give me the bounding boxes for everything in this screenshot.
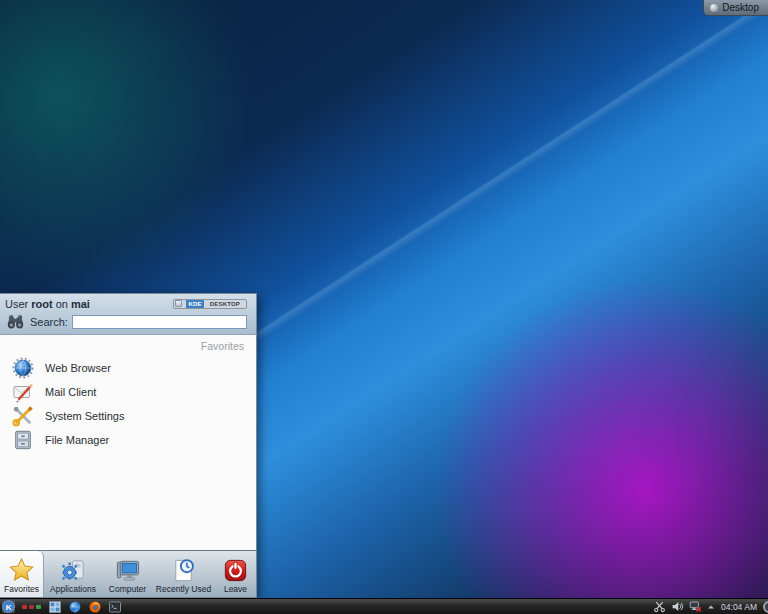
binoculars-search-icon <box>5 312 26 331</box>
pager-desktop-2[interactable] <box>29 605 34 609</box>
kickoff-menu: User root on mai KDE DESKTOP <box>0 293 257 598</box>
pager-desktop-3[interactable] <box>36 605 41 609</box>
tools-icon <box>12 405 34 427</box>
clipboard-scissors-icon[interactable] <box>653 600 666 613</box>
tab-label: Applications <box>50 584 96 594</box>
user-line: User root on mai KDE DESKTOP <box>5 296 250 311</box>
pager-desktop-1[interactable] <box>22 605 27 609</box>
kickoff-header: User root on mai KDE DESKTOP <box>0 294 256 335</box>
tab-applications[interactable]: Applications <box>44 551 102 597</box>
system-tray: 04:04 AM <box>653 600 768 613</box>
kde-badge-chip-icon <box>175 300 182 307</box>
kde-badge-kde: KDE <box>186 300 203 308</box>
tray-moon-icon[interactable] <box>763 601 768 613</box>
user-prefix: User <box>5 298 28 310</box>
volume-icon[interactable] <box>671 600 684 613</box>
menu-item-label: Web Browser <box>45 362 111 374</box>
tab-recently-used[interactable]: Recently Used <box>153 551 214 597</box>
on-word: on <box>56 298 68 310</box>
desktop-button[interactable]: Desktop <box>703 0 768 16</box>
kde-menu-icon[interactable]: K <box>2 600 15 613</box>
search-input[interactable] <box>72 315 247 329</box>
menu-item-web-browser[interactable]: Web Browser <box>6 356 246 380</box>
tab-label: Computer <box>109 584 146 594</box>
taskbar-left: K <box>2 600 121 613</box>
kickoff-body: Favorites Web Browser <box>0 335 256 550</box>
computer-icon <box>114 556 141 584</box>
svg-text:K: K <box>6 603 12 612</box>
grid-pager-icon[interactable] <box>48 600 61 613</box>
web-globe-icon[interactable] <box>68 600 81 613</box>
menu-item-label: Mail Client <box>45 386 96 398</box>
taskbar-clock[interactable]: 04:04 AM <box>720 602 758 612</box>
recent-clock-icon <box>170 556 197 584</box>
star-icon <box>8 556 35 584</box>
kde-badge-desktop: DESKTOP <box>208 300 242 308</box>
username: root <box>31 298 52 310</box>
menu-item-mail-client[interactable]: Mail Client <box>6 380 246 404</box>
network-offline-icon[interactable] <box>689 600 702 613</box>
desktop-pager[interactable] <box>22 605 41 609</box>
menu-item-label: System Settings <box>45 410 124 422</box>
mail-icon <box>12 381 34 403</box>
desktop-button-orb-icon <box>710 4 718 12</box>
tab-label: Leave <box>224 584 247 594</box>
menu-item-file-manager[interactable]: File Manager <box>6 428 246 452</box>
tab-label: Recently Used <box>156 584 211 594</box>
taskbar: K <box>0 598 768 614</box>
terminal-icon[interactable] <box>108 600 121 613</box>
search-row: Search: <box>5 312 250 331</box>
globe-icon <box>12 357 34 379</box>
desktop-button-label: Desktop <box>722 2 759 13</box>
favorites-section-label: Favorites <box>6 340 244 352</box>
file-cabinet-icon <box>12 429 34 451</box>
applications-icon <box>60 556 87 584</box>
firefox-icon[interactable] <box>88 600 101 613</box>
kickoff-tab-bar: Favorites Applications <box>0 550 256 597</box>
power-icon <box>222 556 249 584</box>
tab-label: Favorites <box>4 584 39 594</box>
kde-desktop-badge: KDE DESKTOP <box>173 299 247 309</box>
tab-leave[interactable]: Leave <box>214 551 257 597</box>
tab-computer[interactable]: Computer <box>102 551 153 597</box>
menu-item-label: File Manager <box>45 434 109 446</box>
menu-item-system-settings[interactable]: System Settings <box>6 404 246 428</box>
desktop-wallpaper: Desktop User root on mai KDE DESKTOP <box>0 0 768 614</box>
search-label: Search: <box>30 316 68 328</box>
tray-expand-icon[interactable] <box>707 600 715 613</box>
hostname: mai <box>71 298 90 310</box>
tab-favorites[interactable]: Favorites <box>0 551 44 597</box>
